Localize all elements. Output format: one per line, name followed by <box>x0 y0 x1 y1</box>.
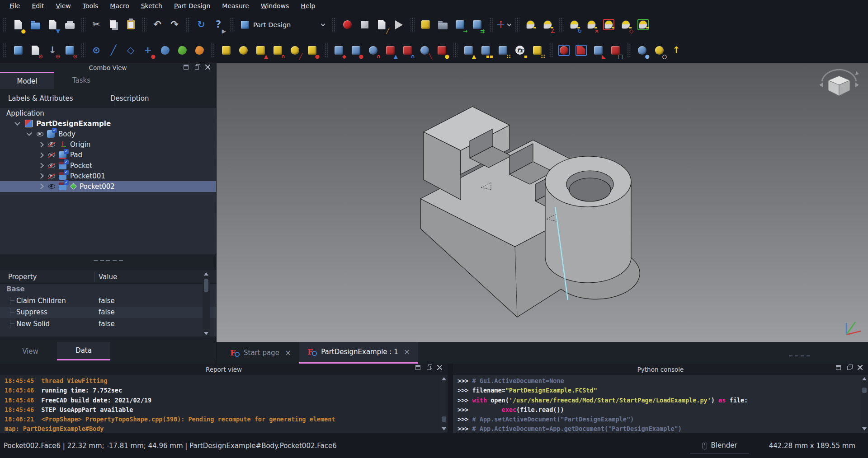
float-icon[interactable] <box>195 65 199 70</box>
scroll-thumb[interactable] <box>442 416 446 422</box>
console-scrollbar[interactable] <box>861 376 868 432</box>
edit-redo-button[interactable]: ↷ <box>166 15 183 34</box>
close-icon[interactable]: × <box>285 348 291 357</box>
view-refresh-button[interactable]: ↻ <box>193 15 210 34</box>
tab-tasks[interactable]: Tasks <box>54 72 108 89</box>
multi-transform-button[interactable]: ∷ <box>528 41 546 60</box>
scroll-thumb[interactable] <box>862 388 867 393</box>
visibility-on-icon[interactable] <box>48 184 55 189</box>
expander-right-icon[interactable] <box>38 173 44 179</box>
sub-shape-binder-button[interactable] <box>174 41 191 60</box>
tab-model[interactable]: Model <box>0 72 54 89</box>
document-tab-start-page[interactable]: FStart page× <box>222 342 299 364</box>
measure-refresh-button[interactable]: ↻ <box>566 15 583 34</box>
close-icon[interactable] <box>858 365 863 370</box>
tree-item-body[interactable]: ✓Body <box>0 129 216 139</box>
hole-button[interactable]: ● <box>347 41 364 60</box>
polar-pattern-button[interactable]: ∷ <box>494 41 511 60</box>
primitive-torus-button[interactable]: ○ <box>651 41 668 60</box>
macro-record-button[interactable] <box>339 15 356 34</box>
workbench-selector[interactable]: Part Design <box>236 17 329 33</box>
navigation-style-selector[interactable]: Blender <box>690 441 749 453</box>
edit-copy-button[interactable] <box>105 15 122 34</box>
dock-icon[interactable] <box>184 65 189 70</box>
tree-header-divider[interactable] <box>114 91 114 106</box>
property-row-suppress[interactable]: Suppressfalse <box>0 307 216 318</box>
expander-down-icon[interactable] <box>26 131 32 136</box>
tree-item-partdesignexample[interactable]: PartDesignExample <box>0 118 216 129</box>
local-cs-button[interactable]: +● <box>139 41 156 60</box>
menu-part-design[interactable]: Part Design <box>168 1 216 11</box>
create-part-button[interactable] <box>417 15 434 34</box>
tree-item-pocket002[interactable]: ✓Pocket002 <box>0 181 216 192</box>
measure-linear-button[interactable] <box>522 15 539 34</box>
dock-icon[interactable] <box>415 365 420 370</box>
migrate-button[interactable]: ↑ <box>668 41 685 60</box>
property-group-base[interactable]: Base <box>0 284 216 295</box>
linear-pattern-button[interactable]: ▪▪ <box>477 41 494 60</box>
revolution-button[interactable] <box>235 41 252 60</box>
navigation-cube[interactable] <box>816 66 862 107</box>
menu-measure[interactable]: Measure <box>216 1 255 11</box>
close-icon[interactable] <box>205 65 210 70</box>
close-icon[interactable] <box>437 365 442 370</box>
pad-button[interactable] <box>217 41 235 60</box>
subtractive-pipe-button[interactable]: ∩ <box>399 41 416 60</box>
visibility-off-icon[interactable] <box>48 142 55 147</box>
datum-plane-button[interactable]: ◇ <box>122 41 139 60</box>
tree-item-origin[interactable]: Origin <box>0 140 216 150</box>
visibility-off-icon[interactable] <box>48 153 55 157</box>
additive-loft-button[interactable]: ▲ <box>252 41 269 60</box>
additive-primitives-button[interactable]: ● <box>303 41 321 60</box>
whats-this-button[interactable]: ?▶ <box>210 15 227 34</box>
edit-paste-button[interactable] <box>122 15 139 34</box>
groove-button[interactable]: ∩ <box>364 41 382 60</box>
macro-edit-button[interactable]: ╱ <box>373 15 390 34</box>
file-print-button[interactable] <box>61 15 78 34</box>
macro-play-button[interactable] <box>390 15 407 34</box>
thickness-button[interactable]: □ <box>607 41 624 60</box>
menu-help[interactable]: Help <box>295 1 321 11</box>
tree-item-pad[interactable]: ✓Pad <box>0 150 216 160</box>
scroll-thumb[interactable] <box>204 279 208 292</box>
fillet-button[interactable] <box>555 41 572 60</box>
tab-data[interactable]: Data <box>57 342 110 360</box>
additive-pipe-button[interactable]: ∩ <box>269 41 286 60</box>
make-link-group-button[interactable]: ⇉ <box>468 15 486 34</box>
visibility-off-icon[interactable] <box>48 174 55 178</box>
scroll-up-icon[interactable] <box>442 377 446 380</box>
scaled-button[interactable]: fx▪ <box>511 41 528 60</box>
pocket-button[interactable]: ◆ <box>330 41 347 60</box>
map-sketch-button[interactable]: ↓⊙ <box>44 41 61 60</box>
tree-item-pocket001[interactable]: ✓Pocket001 <box>0 171 216 181</box>
clone-button[interactable] <box>191 41 208 60</box>
file-open-button[interactable] <box>27 15 44 34</box>
datum-line-button[interactable]: ╱ <box>105 41 122 60</box>
visibility-on-icon[interactable] <box>37 132 43 136</box>
expander-down-icon[interactable] <box>14 120 20 126</box>
draft-button[interactable]: ◣ <box>590 41 607 60</box>
scroll-down-icon[interactable] <box>442 427 446 430</box>
shape-binder-button[interactable] <box>156 41 174 60</box>
menu-macro[interactable]: Macro <box>104 1 135 11</box>
dock-splitter-handle[interactable] <box>789 355 810 356</box>
expander-right-icon[interactable] <box>38 184 44 190</box>
mirrored-button[interactable]: ▲ <box>460 41 477 60</box>
property-row-new-solid[interactable]: New Solidfalse <box>0 318 216 330</box>
menu-view[interactable]: View <box>50 1 77 11</box>
measure-toggle-button[interactable] <box>600 15 617 34</box>
visibility-off-icon[interactable] <box>48 164 55 168</box>
menu-edit[interactable]: Edit <box>26 1 50 11</box>
part-model[interactable] <box>217 63 868 342</box>
subtractive-loft-button[interactable]: ▲ <box>382 41 399 60</box>
boolean-operation-button[interactable]: ● <box>633 41 651 60</box>
property-row-claim-children[interactable]: Claim Childrenfalse <box>0 295 216 307</box>
measure-toggle-all-button[interactable]: ◇ <box>617 15 634 34</box>
tab-view[interactable]: View <box>4 342 57 360</box>
macro-stop-button[interactable] <box>356 15 373 34</box>
create-group-button[interactable] <box>434 15 451 34</box>
create-sketch-button[interactable]: ⊙ <box>27 41 44 60</box>
3d-viewport[interactable] <box>217 63 868 342</box>
tree-item-application[interactable]: Application <box>0 108 216 118</box>
scroll-down-icon[interactable] <box>862 427 867 430</box>
